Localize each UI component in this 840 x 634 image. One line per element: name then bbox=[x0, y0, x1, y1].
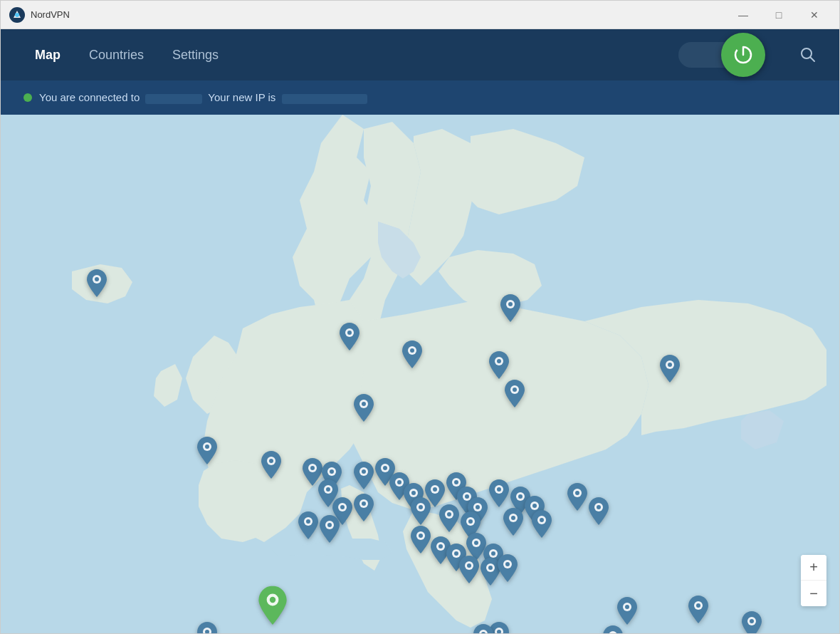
map-pin[interactable] bbox=[688, 596, 709, 626]
svg-point-24 bbox=[205, 445, 209, 449]
svg-point-46 bbox=[397, 480, 401, 484]
zoom-out-button[interactable]: − bbox=[801, 581, 826, 606]
power-button[interactable] bbox=[721, 33, 765, 77]
map-pin[interactable] bbox=[298, 511, 319, 542]
zoom-in-button[interactable]: + bbox=[801, 555, 826, 581]
connection-status-dot bbox=[23, 93, 32, 102]
svg-point-50 bbox=[433, 487, 437, 492]
nav-item-map[interactable]: Map bbox=[23, 42, 72, 68]
map-pin[interactable] bbox=[504, 380, 525, 410]
statusbar: You are connected to Your new IP is bbox=[1, 80, 839, 115]
map-pin[interactable] bbox=[458, 556, 480, 586]
svg-point-34 bbox=[362, 469, 366, 474]
map-pin[interactable] bbox=[567, 483, 588, 514]
svg-point-92 bbox=[505, 562, 510, 566]
maximize-button[interactable]: □ bbox=[762, 4, 795, 26]
svg-point-38 bbox=[340, 505, 345, 509]
svg-point-30 bbox=[330, 469, 334, 474]
svg-point-114 bbox=[270, 597, 275, 603]
svg-point-90 bbox=[488, 566, 493, 570]
svg-point-16 bbox=[497, 359, 501, 363]
navbar: Map Countries Settings bbox=[1, 29, 839, 80]
nav-items: Map Countries Settings bbox=[23, 42, 230, 68]
map-pin[interactable] bbox=[196, 622, 218, 634]
map-pin[interactable] bbox=[473, 624, 494, 634]
svg-point-10 bbox=[347, 331, 352, 335]
svg-point-40 bbox=[362, 502, 366, 506]
svg-point-64 bbox=[497, 487, 501, 492]
svg-point-20 bbox=[668, 363, 672, 367]
power-area bbox=[678, 33, 817, 77]
svg-point-88 bbox=[467, 563, 471, 568]
map-pin[interactable] bbox=[741, 611, 762, 634]
map-pin[interactable] bbox=[588, 497, 609, 528]
svg-point-72 bbox=[540, 518, 544, 522]
map-pin[interactable] bbox=[659, 355, 681, 385]
titlebar: NordVPN — □ ✕ bbox=[1, 1, 839, 29]
nav-item-countries[interactable]: Countries bbox=[78, 42, 155, 68]
svg-point-60 bbox=[447, 512, 451, 516]
svg-point-44 bbox=[327, 523, 332, 527]
map-pin[interactable] bbox=[353, 462, 374, 492]
svg-point-78 bbox=[419, 534, 423, 538]
svg-point-54 bbox=[454, 480, 458, 484]
window-controls: — □ ✕ bbox=[727, 4, 831, 26]
map-pin[interactable] bbox=[353, 394, 374, 425]
svg-point-1 bbox=[15, 13, 19, 17]
svg-point-94 bbox=[497, 630, 501, 634]
svg-point-112 bbox=[205, 630, 209, 634]
svg-point-18 bbox=[513, 388, 517, 392]
map-pin[interactable] bbox=[86, 269, 107, 300]
svg-point-70 bbox=[511, 516, 515, 520]
svg-point-106 bbox=[750, 619, 754, 623]
svg-point-76 bbox=[597, 505, 601, 509]
svg-point-58 bbox=[476, 505, 480, 509]
nordvpn-logo-icon bbox=[9, 7, 25, 23]
map-pin[interactable] bbox=[319, 515, 340, 546]
ip-label: Your new IP is bbox=[208, 91, 275, 103]
svg-point-86 bbox=[491, 551, 495, 556]
map-pin[interactable] bbox=[339, 323, 360, 353]
map-pin[interactable] bbox=[500, 294, 521, 325]
svg-point-8 bbox=[95, 277, 99, 281]
map-pin[interactable] bbox=[488, 351, 510, 382]
svg-point-32 bbox=[326, 487, 330, 492]
map-pin[interactable] bbox=[401, 341, 423, 371]
search-button[interactable] bbox=[799, 46, 817, 63]
svg-point-42 bbox=[306, 519, 310, 524]
server-name-redacted bbox=[145, 94, 202, 104]
map-pin[interactable] bbox=[531, 510, 552, 541]
svg-point-66 bbox=[518, 494, 523, 499]
connected-text-label: You are connected to bbox=[39, 91, 140, 103]
map-pin[interactable] bbox=[439, 504, 460, 535]
svg-point-52 bbox=[419, 505, 423, 509]
map-pin[interactable] bbox=[497, 554, 518, 585]
nav-item-settings[interactable]: Settings bbox=[161, 42, 230, 68]
svg-point-14 bbox=[508, 302, 513, 306]
map-pin[interactable] bbox=[410, 526, 431, 556]
svg-point-12 bbox=[410, 348, 414, 353]
svg-point-36 bbox=[383, 466, 387, 470]
svg-point-22 bbox=[362, 402, 366, 406]
map-pin[interactable] bbox=[616, 597, 638, 628]
status-text: You are connected to Your new IP is bbox=[39, 91, 370, 103]
app-logo: NordVPN bbox=[9, 7, 70, 23]
map-pin[interactable] bbox=[196, 437, 218, 467]
map-pin[interactable] bbox=[503, 508, 524, 539]
map-pin[interactable] bbox=[353, 494, 374, 524]
svg-point-28 bbox=[310, 466, 315, 470]
svg-point-62 bbox=[468, 519, 473, 524]
app-title: NordVPN bbox=[31, 9, 70, 20]
map-pin[interactable] bbox=[258, 586, 288, 628]
minimize-button[interactable]: — bbox=[727, 4, 760, 26]
svg-line-5 bbox=[811, 58, 815, 62]
map-pin[interactable] bbox=[488, 479, 510, 510]
svg-point-84 bbox=[474, 541, 478, 545]
search-icon bbox=[799, 46, 817, 63]
ip-address-redacted bbox=[282, 94, 367, 104]
map-pin[interactable] bbox=[261, 451, 282, 482]
map-pin[interactable] bbox=[410, 497, 431, 528]
map-area[interactable]: + − bbox=[1, 115, 840, 634]
zoom-controls: + − bbox=[801, 555, 826, 606]
close-button[interactable]: ✕ bbox=[798, 4, 831, 26]
